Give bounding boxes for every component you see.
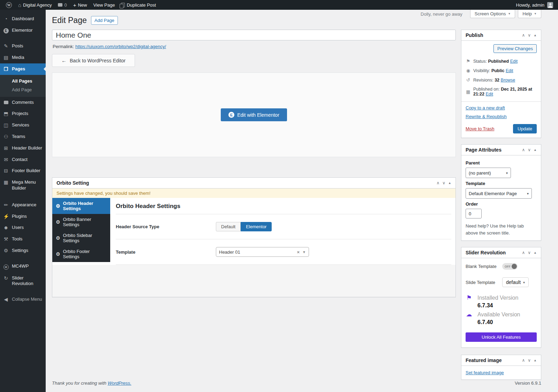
projects-icon: ⬒ [3,111,9,117]
copy-to-new-draft-link[interactable]: Copy to a new draft [466,105,537,110]
sidebar-item-posts[interactable]: ✎ Posts [0,40,46,52]
collapse-menu-button[interactable]: ◀ Collapse Menu [0,294,46,305]
header-source-elementor-button[interactable]: Elementor [241,222,272,231]
published-on-text: Published on: Dec 21, 2025 at 21:22 Edit [473,87,537,97]
account-menu[interactable]: Howdy, admin [516,2,553,8]
set-featured-image-link[interactable]: Set featured image [466,370,504,375]
template-attr-select[interactable]: Default Elementor Page ▾ [466,188,532,199]
sidebar-item-users[interactable]: ☻ Users [0,222,46,233]
back-to-wordpress-editor-button[interactable]: ← Back to WordPress Editor [52,54,135,67]
slider-revolution-body: Blank Template OFF Slide Template defaul… [461,258,541,347]
submenu-add-page[interactable]: Add Page [0,85,46,94]
edit-published-on-link[interactable]: Edit [485,92,493,97]
move-down-icon[interactable]: ∨ [528,33,531,38]
sidebar-item-contact[interactable]: ✉ Contact [0,154,46,166]
add-page-button[interactable]: Add Page [91,16,118,25]
wordpress-link[interactable]: WordPress. [108,381,131,386]
comments-menu[interactable]: 0 [55,0,70,10]
browse-revisions-link[interactable]: Browse [501,78,515,83]
post-title-input[interactable] [52,30,456,40]
duplicate-post-menu[interactable]: Duplicate Post [118,0,159,10]
services-icon: ◫ [3,122,9,128]
sidebar-item-slider-revolution[interactable]: ↻ Slider Revolution [0,272,46,290]
edit-with-elementor-button[interactable]: E Edit with Elementor [221,108,287,121]
sidebar-spacer [0,10,46,13]
move-down-icon[interactable]: ∨ [528,358,531,363]
revisions-text: Revisions: 32 Browse [473,78,515,83]
sidebar-item-tools[interactable]: ⚒ Tools [0,233,46,245]
gear-icon: ⚙ [56,203,60,209]
calendar-icon: ▦ [466,89,471,94]
help-button[interactable]: Help ▼ [518,10,541,18]
mc4wp-icon: M [3,263,9,270]
template-select[interactable]: Header 01 × ▼ [216,247,309,257]
update-button[interactable]: Update [513,124,537,133]
edit-page-wrap: Edit Page Add Page Permalink: https://ui… [46,10,558,386]
site-name-menu[interactable]: ⌂ Digital Agency [15,0,55,10]
move-to-trash-link[interactable]: Move to Trash [466,126,494,131]
submenu-all-pages[interactable]: All Pages [0,77,46,85]
rewrite-republish-link[interactable]: Rewrite & Republish [466,114,537,119]
edit-visibility-link[interactable]: Edit [506,68,513,73]
move-up-icon[interactable]: ∧ [522,33,525,38]
sidebar-item-mega-menu-builder[interactable]: ▦ Mega Menu Builder [0,177,46,194]
tools-icon: ⚒ [3,236,9,242]
move-up-icon[interactable]: ∧ [436,180,439,185]
admin-bar-left: W ⌂ Digital Agency 0 + New View Page Dup… [3,0,159,10]
move-down-icon[interactable]: ∨ [442,180,445,185]
orbito-body: ⚙ Orbito Header Settings ⚙ Orbito Banner… [52,198,455,265]
publish-title: Publish [466,32,483,38]
sidebar-item-teams[interactable]: ⚇ Teams [0,131,46,143]
sidebar-item-appearance[interactable]: ✏ Appearance [0,199,46,211]
sidebar-item-label: Plugins [12,214,27,219]
sidebar-item-services[interactable]: ◫ Services [0,120,46,131]
header-source-default-button[interactable]: Default [216,222,241,231]
toggle-panel-icon[interactable]: ▲ [448,181,451,185]
move-up-icon[interactable]: ∧ [522,147,525,152]
preview-changes-button[interactable]: Preview Changes [493,44,537,53]
sidebar-item-media[interactable]: ▤ Media [0,52,46,63]
tab-orbito-header-settings[interactable]: ⚙ Orbito Header Settings [52,198,110,214]
howdy-label: Howdy, admin [516,2,544,8]
sidebar-item-projects[interactable]: ⬒ Projects [0,108,46,120]
featured-image-title: Featured image [466,358,502,363]
slide-template-select[interactable]: default ▾ [502,277,529,287]
sidebar-item-pages[interactable]: ❐ Pages [0,63,46,75]
order-input[interactable] [466,209,482,218]
sidebar-item-label: Settings [12,248,28,253]
visibility-text: Visibility: Public Edit [473,68,513,73]
sidebar-item-comments[interactable]: Comments [0,97,46,108]
tab-orbito-banner-settings[interactable]: ⚙ Orbito Banner Settings [52,214,110,230]
hello-dolly-lyric: Dolly, never go away [421,11,462,17]
tab-orbito-sidebar-settings[interactable]: ⚙ Orbito Sidebar Settings [52,230,110,246]
screen-options-button[interactable]: Screen Options ▼ [470,10,515,18]
sidebar-item-dashboard[interactable]: ◔ Dashboard [0,13,46,25]
permalink-link[interactable]: https://uiuxom.com/orbito/wp2/digital-ag… [75,44,166,49]
toggle-panel-icon[interactable]: ▲ [534,33,537,37]
sidebar-item-settings[interactable]: ⚙ Settings [0,245,46,256]
parent-select[interactable]: (no parent) ▾ [466,168,511,178]
sidebar-item-header-builder[interactable]: ⊞ Header Builder [0,143,46,154]
toggle-panel-icon[interactable]: ▲ [534,251,537,254]
unlock-all-features-button[interactable]: Unlock All Features [466,332,537,342]
tab-orbito-footer-settings[interactable]: ⚙ Orbito Footer Settings [52,246,110,262]
toggle-panel-icon[interactable]: ▲ [534,148,537,152]
header-source-type-toggle: Default Elementor [216,222,272,231]
move-down-icon[interactable]: ∨ [528,147,531,152]
view-page-menu[interactable]: View Page [90,0,118,10]
move-down-icon[interactable]: ∨ [528,250,531,255]
sidebar-item-plugins[interactable]: ⚡ Plugins [0,211,46,222]
blank-template-toggle[interactable]: OFF [502,263,518,270]
toggle-panel-icon[interactable]: ▲ [534,359,537,362]
tab-label: Orbito Footer Settings [63,249,107,259]
move-up-icon[interactable]: ∧ [522,250,525,255]
sidebar-item-mc4wp[interactable]: M MC4WP [0,261,46,272]
move-up-icon[interactable]: ∧ [522,358,525,363]
sidebar-item-footer-builder[interactable]: ⊟ Footer Builder [0,165,46,177]
clear-selection-icon[interactable]: × [297,249,300,255]
wordpress-logo-menu[interactable]: W [3,0,15,10]
sidebar-item-elementor[interactable]: E Elementor [0,25,46,37]
new-content-menu[interactable]: + New [70,0,90,10]
edit-status-link[interactable]: Edit [510,59,518,64]
revisions-row: ↺ Revisions: 32 Browse [461,75,541,85]
